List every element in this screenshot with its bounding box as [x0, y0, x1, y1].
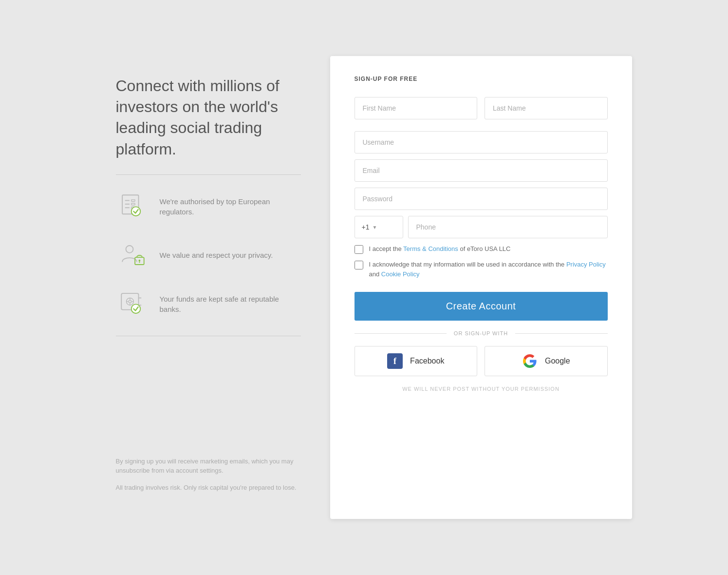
- country-code: +1: [362, 223, 370, 231]
- facebook-signup-button[interactable]: f Facebook: [355, 346, 478, 376]
- privacy-checkbox-row: I acknowledge that my information will b…: [355, 260, 608, 279]
- terms-checkbox[interactable]: [355, 245, 363, 254]
- feature-funds-text: Your funds are kept safe at reputable ba…: [160, 294, 301, 314]
- or-divider: OR SIGN-UP WITH: [355, 330, 608, 336]
- signup-form-card: SIGN-UP FOR FREE +1 ▼ I accept the Ter: [330, 56, 632, 519]
- never-post-notice: WE WILL NEVER POST WITHOUT YOUR PERMISSI…: [355, 386, 608, 392]
- privacy-checkbox[interactable]: [355, 261, 363, 269]
- footer-note-marketing: By signing up you will receive marketing…: [116, 457, 301, 476]
- password-input[interactable]: [355, 188, 608, 210]
- facebook-label: Facebook: [410, 357, 444, 365]
- form-title: SIGN-UP FOR FREE: [355, 76, 608, 82]
- chevron-down-icon: ▼: [372, 225, 377, 230]
- feature-regulators: We're authorised by top European regulat…: [116, 190, 301, 224]
- privacy-label: I acknowledge that my information will b…: [369, 260, 608, 279]
- create-account-button[interactable]: Create Account: [355, 292, 608, 321]
- google-label: Google: [545, 357, 570, 365]
- svg-point-8: [126, 246, 133, 253]
- svg-rect-5: [131, 203, 135, 205]
- feature-funds: Your funds are kept safe at reputable ba…: [116, 287, 301, 321]
- terms-link[interactable]: Terms & Conditions: [403, 245, 458, 252]
- phone-input[interactable]: [408, 216, 608, 238]
- footer-note-risk: All trading involves risk. Only risk cap…: [116, 483, 301, 493]
- main-container: Connect with millions of investors on th…: [96, 56, 632, 519]
- social-buttons-row: f Facebook Google: [355, 346, 608, 376]
- hero-title: Connect with millions of investors on th…: [116, 76, 301, 160]
- svg-point-21: [131, 305, 141, 314]
- first-name-input[interactable]: [355, 97, 478, 119]
- phone-row: +1 ▼: [355, 216, 608, 238]
- svg-point-7: [131, 207, 141, 216]
- footer-notes: By signing up you will receive marketing…: [116, 457, 301, 500]
- username-input[interactable]: [355, 131, 608, 153]
- privacy-icon: [116, 238, 150, 272]
- facebook-icon: f: [387, 353, 403, 369]
- funds-icon: [116, 287, 150, 321]
- privacy-policy-link[interactable]: Privacy Policy: [566, 261, 606, 268]
- name-row: [355, 97, 608, 119]
- cookie-policy-link[interactable]: Cookie Policy: [381, 270, 420, 278]
- or-text: OR SIGN-UP WITH: [454, 330, 508, 336]
- google-signup-button[interactable]: Google: [485, 346, 608, 376]
- feature-regulators-text: We're authorised by top European regulat…: [160, 196, 301, 217]
- divider-top: [116, 174, 301, 175]
- google-icon: [522, 353, 538, 369]
- left-panel: Connect with millions of investors on th…: [96, 56, 330, 519]
- divider-bottom: [116, 336, 301, 336]
- terms-checkbox-row: I accept the Terms & Conditions of eToro…: [355, 244, 608, 254]
- last-name-input[interactable]: [485, 97, 608, 119]
- page-wrapper: Connect with millions of investors on th…: [0, 0, 728, 575]
- or-line-left: [355, 333, 447, 334]
- or-line-right: [515, 333, 607, 334]
- regulators-icon: [116, 190, 150, 224]
- phone-country-selector[interactable]: +1 ▼: [355, 216, 403, 238]
- email-input[interactable]: [355, 159, 608, 182]
- svg-rect-4: [131, 200, 135, 202]
- feature-privacy: We value and respect your privacy.: [116, 238, 301, 272]
- svg-point-14: [129, 300, 131, 303]
- svg-point-10: [139, 260, 141, 262]
- feature-privacy-text: We value and respect your privacy.: [160, 250, 273, 260]
- terms-label: I accept the Terms & Conditions of eToro…: [369, 244, 511, 254]
- features-list: We're authorised by top European regulat…: [116, 190, 301, 321]
